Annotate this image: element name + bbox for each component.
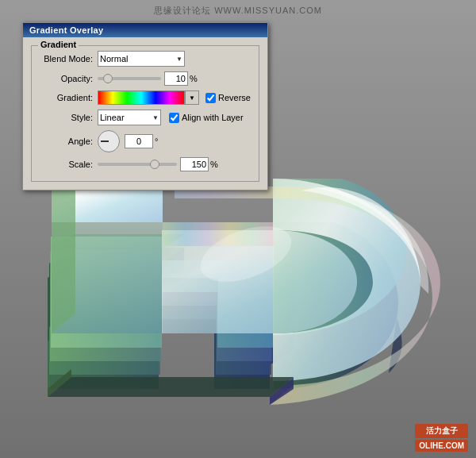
style-select-wrapper: Linear Radial Angle Reflected Diamond — [98, 110, 161, 125]
svg-marker-22 — [48, 377, 294, 397]
align-checkbox[interactable] — [169, 113, 179, 123]
angle-dial[interactable] — [98, 130, 120, 152]
angle-unit: ° — [155, 137, 158, 146]
gradient-controls: ▼ Reverse — [98, 90, 251, 105]
angle-input[interactable] — [125, 134, 153, 148]
align-label: Align with Layer — [182, 113, 244, 122]
watermark-bottom-right: 活力盒子 OLIHE.COM — [415, 424, 468, 452]
opacity-input[interactable] — [164, 71, 188, 86]
blend-mode-select-wrapper: Normal Dissolve Multiply Screen Overlay — [98, 51, 185, 67]
blend-mode-select[interactable]: Normal Dissolve Multiply Screen Overlay — [98, 51, 185, 67]
watermark-top: 思缘设计论坛 WWW.MISSYUAN.COM — [154, 5, 322, 17]
reverse-checkbox[interactable] — [205, 93, 216, 103]
watermark-olihe: OLIHE.COM — [415, 440, 468, 452]
gradient-bar[interactable] — [98, 90, 185, 105]
opacity-unit: % — [190, 74, 198, 83]
reverse-checkbox-label[interactable]: Reverse — [205, 93, 251, 103]
section-label: Gradient — [38, 40, 79, 49]
opacity-row: Opacity: % — [38, 71, 252, 86]
style-label: Style: — [38, 113, 98, 122]
scale-label: Scale: — [38, 160, 98, 169]
opacity-slider[interactable] — [98, 77, 161, 80]
reverse-label: Reverse — [218, 93, 251, 102]
style-select[interactable]: Linear Radial Angle Reflected Diamond — [98, 110, 161, 125]
angle-row: Angle: ° — [38, 130, 252, 152]
blend-mode-row: Blend Mode: Normal Dissolve Multiply Scr… — [38, 51, 252, 67]
scale-row: Scale: % — [38, 157, 252, 171]
watermark-huoli: 活力盒子 — [415, 424, 468, 438]
panel-title: Gradient Overlay — [23, 23, 267, 37]
scale-unit: % — [210, 160, 218, 169]
scale-slider[interactable] — [98, 163, 177, 166]
style-row: Style: Linear Radial Angle Reflected Dia… — [38, 110, 252, 125]
angle-label: Angle: — [38, 137, 98, 146]
gradient-dropdown-btn[interactable]: ▼ — [185, 90, 199, 105]
gradient-overlay-panel: Gradient Overlay Gradient Blend Mode: No… — [22, 22, 268, 191]
gradient-label: Gradient: — [38, 93, 98, 102]
gradient-row: Gradient: ▼ Reverse — [38, 90, 252, 105]
scale-input[interactable] — [180, 157, 209, 171]
align-checkbox-label[interactable]: Align with Layer — [169, 113, 244, 123]
blend-mode-label: Blend Mode: — [38, 54, 98, 64]
opacity-label: Opacity: — [38, 74, 98, 83]
